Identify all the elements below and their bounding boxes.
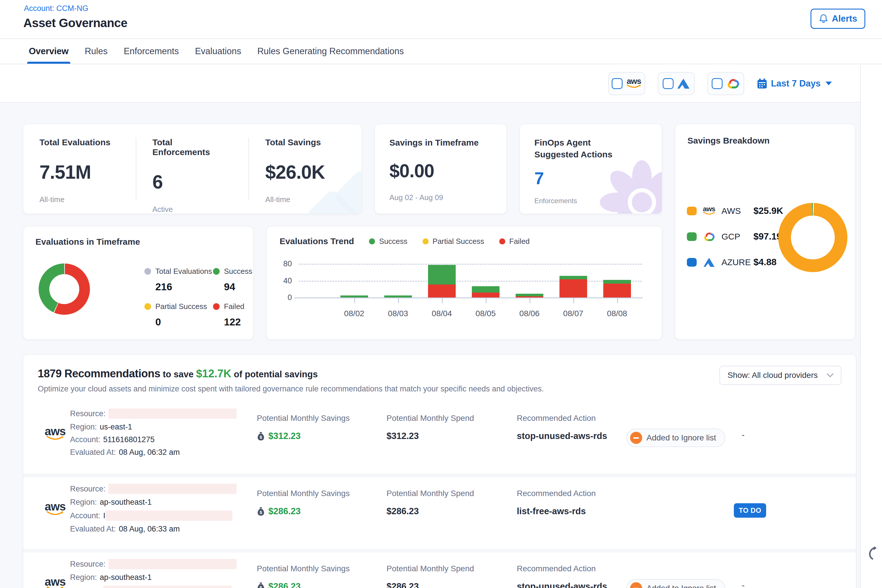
- alerts-button-label: Alerts: [832, 14, 857, 24]
- money-bag-icon: $: [257, 507, 265, 516]
- monthly-spend-column: Potential Monthly Spend $286.23: [387, 489, 474, 516]
- resource-label: Resource:: [70, 484, 105, 494]
- savings-breakdown-legend: aws AWS $25.9K: [687, 206, 783, 267]
- azure-icon: [677, 78, 690, 89]
- provider-filter-gcp[interactable]: [707, 72, 744, 95]
- legend-label: AWS: [722, 206, 748, 216]
- stat-value: $26.0K: [265, 161, 345, 183]
- legend-value: $25.9K: [753, 206, 783, 216]
- legend-total-evaluations: Total Evaluations 216: [144, 267, 212, 292]
- tab-rules[interactable]: Rules: [85, 39, 108, 64]
- svg-text:$: $: [260, 585, 262, 588]
- title-text: to save: [163, 369, 194, 380]
- evaluations-trend-chart: 80 40 0 08/0208/0308/0408/0508/0608/0708…: [267, 226, 662, 339]
- account-label: Account:: [70, 435, 100, 444]
- legend-item-aws: aws AWS $25.9K: [687, 206, 783, 216]
- region-value: us-east-1: [100, 423, 132, 432]
- gcp-checkbox[interactable]: [712, 78, 723, 89]
- cloud-provider-filter-dropdown[interactable]: Show: All cloud providers: [719, 366, 842, 385]
- savings-breakdown-donut-chart: [778, 203, 848, 272]
- total-dot: [144, 268, 151, 275]
- recommendation-row[interactable]: aws Resource: Region:us-east-1 Account:5…: [23, 402, 856, 474]
- ignore-badge-label: Added to Ignore list: [646, 584, 716, 588]
- trend-bar-08/07: 08/07: [551, 226, 595, 297]
- legend-value: $97.19: [753, 231, 782, 242]
- redacted-resource: [108, 408, 237, 419]
- legend-value: $4.88: [753, 257, 777, 267]
- resource-details: Resource: Region:us-east-1 Account:51161…: [70, 408, 237, 460]
- tab-rules-generating-recommendations[interactable]: Rules Generating Recommendations: [257, 39, 404, 64]
- spend-value: $312.23: [387, 431, 419, 441]
- aws-icon: aws: [626, 78, 641, 89]
- bell-icon: [819, 14, 828, 24]
- resource-details: Resource: Region:ap-southeast-1 Account:…: [70, 484, 237, 537]
- date-range-picker[interactable]: Last 7 Days: [757, 78, 832, 89]
- redacted-account: [103, 586, 231, 588]
- evaluations-in-timeframe-card: Evaluations in Timeframe Total Evaluatio…: [23, 226, 254, 339]
- tab-overview[interactable]: Overview: [29, 39, 69, 64]
- partial-dot: [144, 303, 151, 310]
- evaluated-label: Evaluated At:: [70, 448, 116, 457]
- card-title: Evaluations in Timeframe: [36, 237, 140, 247]
- flower-watermark: [586, 155, 662, 214]
- tab-bar: Overview Rules Enforcements Evaluations …: [0, 39, 882, 64]
- spend-label: Potential Monthly Spend: [387, 414, 474, 423]
- card-label: Savings in Timeframe: [389, 137, 492, 149]
- finops-agent-card: FinOps Agent Suggested Actions 7 Enforce…: [520, 124, 662, 214]
- card-caption: Aug 02 - Aug 09: [389, 193, 492, 202]
- tab-evaluations[interactable]: Evaluations: [195, 39, 241, 64]
- legend-success: Success 94: [213, 267, 252, 292]
- savings-label: Potential Monthly Savings: [257, 564, 350, 573]
- chevron-down-icon: [826, 373, 834, 378]
- legend-label: GCP: [722, 232, 748, 242]
- row-separator: [23, 549, 856, 552]
- added-to-ignore-list-badge[interactable]: Added to Ignore list: [626, 579, 725, 588]
- resource-label: Resource:: [70, 409, 105, 418]
- success-dot: [213, 268, 220, 275]
- aws-checkbox[interactable]: [612, 78, 622, 89]
- legend-label: Partial Success: [155, 302, 207, 311]
- stat-value: 7.51M: [39, 161, 120, 183]
- caret-down-icon: [825, 82, 832, 86]
- monthly-spend-column: Potential Monthly Spend $312.23: [387, 414, 474, 441]
- provider-filter-azure[interactable]: [658, 72, 694, 95]
- stat-total-evaluations: Total Evaluations 7.51M All-time: [23, 138, 136, 200]
- trend-bar-08/04: 08/04: [420, 226, 464, 297]
- savings-label: Potential Monthly Savings: [257, 414, 350, 423]
- legend-value: 94: [224, 281, 252, 292]
- money-bag-icon: $: [257, 432, 265, 441]
- action-label: Recommended Action: [517, 564, 607, 573]
- page-header: Account: CCM-NG Asset Governance Alerts: [0, 0, 882, 39]
- provider-filter-aws[interactable]: aws: [608, 72, 645, 95]
- recommendation-row[interactable]: aws Resource: Region:ap-southeast-1 Acco…: [23, 552, 856, 588]
- evaluations-donut-chart: [39, 264, 90, 315]
- tab-enforcements[interactable]: Enforcements: [124, 39, 179, 64]
- cursor-icon: [865, 546, 878, 564]
- trend-bar-08/08: 08/08: [595, 226, 639, 297]
- recommendations-header: 1879 Recommendations to save $12.7K of p…: [23, 355, 856, 402]
- stat-caption: All-time: [39, 195, 120, 204]
- gcp-icon: [726, 78, 740, 89]
- legend-value: 0: [155, 316, 207, 328]
- savings-breakdown-card: Savings Breakdown aws AWS $25.9K: [675, 124, 855, 339]
- alerts-button[interactable]: Alerts: [810, 9, 865, 29]
- savings-label: Potential Monthly Savings: [257, 489, 350, 498]
- added-to-ignore-list-badge[interactable]: Added to Ignore list: [626, 429, 725, 447]
- azure-checkbox[interactable]: [663, 78, 674, 89]
- account-breadcrumb-link[interactable]: Account: CCM-NG: [24, 4, 88, 13]
- aws-icon: aws: [45, 578, 66, 588]
- totals-card: Total Evaluations 7.51M All-time Total E…: [23, 124, 362, 214]
- todo-status-badge[interactable]: TO DO: [734, 503, 766, 518]
- region-value: ap-southeast-1: [100, 573, 152, 582]
- title-text: of potential savings: [234, 369, 318, 380]
- azure-swatch: [687, 258, 697, 267]
- x-axis-label: 08/05: [464, 309, 508, 318]
- spend-value: $286.23: [387, 581, 419, 588]
- stat-value: 6: [153, 171, 232, 193]
- recommendation-row[interactable]: aws Resource: Region:ap-southeast-1 Acco…: [23, 477, 856, 549]
- account-value: I: [103, 512, 105, 520]
- recommendations-subtitle: Optimize your cloud assets and minimize …: [38, 384, 842, 393]
- region-label: Region:: [70, 498, 97, 507]
- region-label: Region:: [70, 423, 97, 432]
- calendar-icon: [757, 78, 767, 89]
